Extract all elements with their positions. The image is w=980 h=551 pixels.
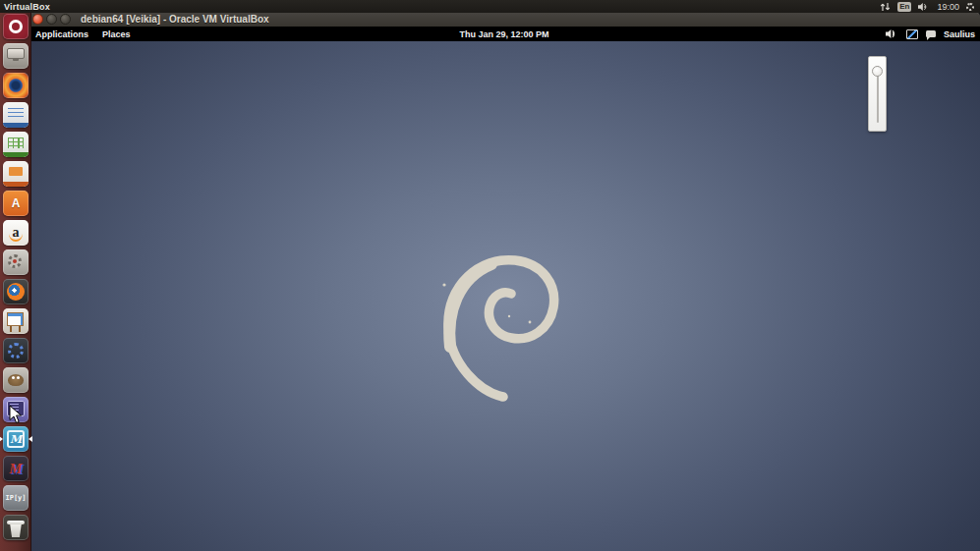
network-arrows-icon[interactable] [880, 2, 891, 12]
launcher-item-libreoffice-calc[interactable] [0, 130, 31, 159]
launcher-item-paint-easel[interactable] [0, 306, 31, 336]
minimize-button[interactable] [46, 14, 57, 25]
launcher-item-dash-home[interactable] [0, 12, 31, 41]
launcher-item-libreoffice-impress[interactable] [0, 159, 31, 189]
chat-icon[interactable] [926, 30, 936, 37]
software-center-glyph: A [3, 191, 29, 216]
launcher-item-amazon[interactable]: a [0, 218, 31, 248]
close-button[interactable] [32, 14, 43, 25]
session-gear-icon[interactable] [966, 3, 974, 11]
launcher-item-libreoffice-writer[interactable] [0, 100, 31, 130]
launcher-item-graph-network[interactable] [0, 336, 31, 365]
wxmaxima-glyph: M [3, 456, 29, 481]
mouse-cursor [9, 405, 23, 424]
guest-top-panel: Applications Places Thu Jan 29, 12:00 PM… [29, 27, 980, 41]
virtualbox-vm-glyph: M [3, 426, 29, 452]
ipython-icon: IP[y] [3, 485, 29, 511]
paint-easel-icon [3, 308, 29, 334]
focused-indicator-pip [29, 436, 32, 442]
window-controls [29, 14, 71, 25]
libreoffice-calc-icon [3, 132, 29, 157]
files-icon [3, 43, 29, 69]
host-app-title: VirtualBox [0, 2, 50, 12]
launcher-item-virtualbox-vm[interactable]: M [0, 424, 31, 454]
menu-places[interactable]: Places [95, 29, 138, 39]
virtualbox-vm-icon: M [3, 426, 29, 452]
volume-icon[interactable] [918, 2, 930, 12]
volume-icon[interactable] [886, 28, 898, 39]
host-clock[interactable]: 19:00 [937, 2, 959, 12]
libreoffice-impress-icon [3, 161, 29, 187]
gimp-icon [3, 367, 29, 393]
launcher-item-wxmaxima[interactable]: M [0, 454, 31, 483]
host-top-bar: VirtualBox En 19:00 [0, 0, 980, 13]
firefox-icon [3, 73, 29, 98]
guest-clock[interactable]: Thu Jan 29, 12:00 PM [459, 29, 548, 39]
graph-network-icon [3, 338, 29, 363]
libreoffice-writer-icon [3, 102, 29, 128]
launcher-item-files[interactable] [0, 41, 31, 71]
volume-slider-popup[interactable] [868, 56, 887, 132]
menu-applications[interactable]: Applications [29, 29, 95, 39]
launcher-item-gimp[interactable] [0, 365, 31, 395]
launcher-item-software-center[interactable]: A [0, 189, 31, 218]
launcher: AaMMIP[y] [0, 12, 31, 551]
vm-window-title: debian64 [Veikia] - Oracle VM VirtualBox [71, 14, 269, 25]
volume-slider-knob[interactable] [872, 66, 883, 77]
running-indicator-pip [0, 436, 3, 442]
launcher-item-blender[interactable] [0, 277, 31, 306]
network-icon[interactable] [906, 29, 918, 39]
virtualbox-vm-window: debian64 [Veikia] - Oracle VM VirtualBox… [29, 12, 980, 551]
trash-icon [3, 515, 29, 540]
vm-titlebar[interactable]: debian64 [Veikia] - Oracle VM VirtualBox [29, 12, 980, 27]
blender-icon [3, 279, 29, 304]
debian-swirl-logo [440, 253, 562, 403]
screen: VirtualBox En 19:00 debian64 [Veikia] - … [0, 0, 980, 551]
wxmaxima-icon: M [3, 456, 29, 481]
amazon-icon: a [3, 220, 29, 246]
session-username[interactable]: Saulius [944, 29, 975, 39]
launcher-item-system-settings[interactable] [0, 248, 31, 277]
keyboard-layout-badge[interactable]: En [897, 2, 911, 12]
launcher-item-firefox[interactable] [0, 71, 31, 100]
amazon-glyph: a [3, 220, 29, 246]
maximize-button[interactable] [60, 14, 71, 25]
system-settings-icon [3, 249, 29, 275]
launcher-item-ipython[interactable]: IP[y] [0, 483, 31, 513]
software-center-icon: A [3, 191, 29, 216]
ipython-glyph: IP[y] [3, 485, 29, 511]
launcher-item-trash[interactable] [0, 513, 31, 542]
guest-desktop[interactable] [29, 41, 980, 551]
dash-home-icon [3, 14, 29, 39]
